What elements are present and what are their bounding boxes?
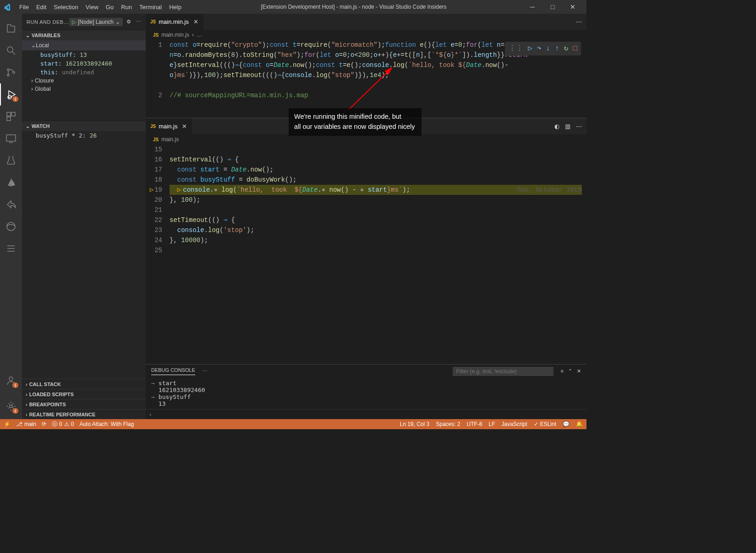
variable-item[interactable]: this: undefined — [22, 68, 146, 77]
variables-header[interactable]: ⌄VARIABLES — [22, 30, 146, 40]
gutter-top: 12 — [146, 40, 170, 118]
debug-console-filter[interactable] — [453, 367, 553, 376]
testing-icon[interactable] — [0, 149, 22, 171]
step-into-icon[interactable]: ↓ — [546, 44, 551, 54]
launch-config-select[interactable]: ▷ [Node] Launch ⌄ — [69, 18, 123, 26]
more-icon[interactable]: ⋯ — [576, 123, 582, 130]
search-icon[interactable] — [0, 39, 22, 61]
sidebar-section[interactable]: ›BREAKPOINTS — [22, 399, 146, 409]
eol-button[interactable]: LF — [489, 421, 495, 427]
split-icon[interactable]: ▥ — [565, 123, 570, 130]
explorer-icon[interactable] — [0, 17, 22, 39]
drag-handle-icon[interactable]: ⋮⋮ — [509, 44, 523, 54]
variable-item[interactable]: start: 1621033892460 — [22, 59, 146, 68]
code-line[interactable] — [170, 144, 582, 155]
settings-icon[interactable]: 1 — [0, 395, 22, 417]
stop-icon[interactable]: □ — [573, 44, 577, 54]
restart-icon[interactable]: ↻ — [564, 44, 569, 54]
code-line[interactable]: setTimeout(() ⇒ { — [170, 215, 582, 225]
tab-main-js[interactable]: JS main.js ✕ — [146, 118, 192, 134]
source-control-icon[interactable] — [0, 61, 22, 83]
language-button[interactable]: JavaScript — [502, 421, 527, 427]
variable-item[interactable]: busyStuff: 13 — [22, 50, 146, 59]
variables-global[interactable]: ›Global — [22, 85, 146, 93]
breadcrumb-bottom[interactable]: JS main.js — [146, 134, 586, 144]
sidebar-section[interactable]: ›CALL STACK — [22, 379, 146, 389]
continue-icon[interactable]: ▷ — [528, 44, 532, 54]
extensions-icon[interactable] — [0, 105, 22, 127]
tab-close-icon[interactable]: ✕ — [182, 123, 187, 130]
menu-terminal[interactable]: Terminal — [136, 4, 165, 11]
step-over-icon[interactable]: ↷ — [537, 44, 542, 54]
menu-edit[interactable]: Edit — [33, 4, 50, 11]
cursor-position[interactable]: Ln 19, Col 3 — [400, 421, 430, 427]
menu-file[interactable]: File — [16, 4, 33, 11]
close-icon[interactable]: ✕ — [563, 3, 583, 11]
code-line[interactable]: }, 100); — [170, 195, 582, 205]
list-icon[interactable] — [0, 238, 22, 260]
variables-closure[interactable]: ›Closure — [22, 77, 146, 85]
sync-button[interactable]: ⟳ — [42, 421, 46, 427]
run-debug-icon[interactable]: 1 — [0, 83, 22, 105]
more-icon[interactable]: ⋯ — [203, 368, 208, 374]
editor-bottom[interactable]: 15161718▷19202122232425 setInterval(() ⇒… — [146, 144, 586, 364]
code-line[interactable]: setInterval(() ⇒ { — [170, 155, 582, 165]
eslint-button[interactable]: ✓ ESLint — [534, 421, 556, 427]
azure-icon[interactable] — [0, 171, 22, 194]
activity-bar: 1 1 1 — [0, 14, 22, 419]
watch-item[interactable]: busyStuff * 2: 26 — [22, 131, 146, 140]
tab-close-icon[interactable]: ✕ — [193, 18, 198, 25]
encoding-button[interactable]: UTF-8 — [467, 421, 482, 427]
svg-line-17 — [348, 68, 392, 110]
account-badge: 1 — [12, 382, 18, 388]
list-icon[interactable]: ≡ — [561, 368, 564, 374]
code-line[interactable] — [170, 205, 582, 215]
share-icon[interactable] — [0, 194, 22, 216]
code-bottom[interactable]: setInterval(() ⇒ { const start = Date.no… — [170, 144, 586, 364]
tab-main-min-js[interactable]: JS main.min.js ✕ — [146, 14, 203, 30]
maximize-icon[interactable]: □ — [542, 3, 563, 11]
menu-help[interactable]: Help — [165, 4, 185, 11]
step-out-icon[interactable]: ↑ — [555, 44, 559, 54]
code-line[interactable]: const start = Date.now(); — [170, 165, 582, 175]
debug-toolbar[interactable]: ⋮⋮ ▷ ↷ ↓ ↑ ↻ □ — [505, 42, 581, 55]
chevron-up-icon[interactable]: ⌃ — [568, 368, 572, 374]
auto-attach-button[interactable]: Auto Attach: With Flag — [79, 421, 134, 427]
bell-icon[interactable]: 🔔 — [576, 421, 583, 427]
sidebar-section[interactable]: ›REALTIME PERFORMANCE — [22, 409, 146, 419]
indentation-button[interactable]: Spaces: 2 — [436, 421, 460, 427]
code-line[interactable]: ▷console.● log(`hello, took ${Date.● now… — [170, 185, 582, 195]
debug-console-body[interactable]: →start 1621033892460→busyStuff 13 — [146, 378, 586, 409]
code-line[interactable]: }, 10000); — [170, 235, 582, 245]
variables-local[interactable]: ⌄Local — [22, 40, 146, 50]
menu-selection[interactable]: Selection — [50, 4, 82, 11]
close-icon[interactable]: ✕ — [577, 368, 581, 374]
remote-button[interactable]: ⚡ — [4, 421, 11, 427]
sidebar-section[interactable]: ›LOADED SCRIPTS — [22, 389, 146, 399]
account-icon[interactable]: 1 — [0, 370, 22, 392]
branch-button[interactable]: ⎇ main — [16, 421, 36, 427]
more-icon[interactable]: ⋯ — [576, 18, 582, 25]
comment: //# sourceMappingURL=main.min.js.map — [170, 92, 308, 99]
minimize-icon[interactable]: ─ — [522, 3, 542, 11]
filter-input[interactable] — [453, 367, 553, 376]
code-line[interactable]: console.log('stop'); — [170, 225, 582, 235]
remote-icon[interactable] — [0, 127, 22, 149]
menu-view[interactable]: View — [82, 4, 102, 11]
breadcrumb-top[interactable]: JS main.min.js › … — [146, 30, 586, 40]
code-line[interactable]: const busyStuff = doBusyWork(); — [170, 175, 582, 185]
watch-header[interactable]: ⌄WATCH — [22, 121, 146, 131]
edge-icon[interactable] — [0, 216, 22, 238]
debug-console-input[interactable]: › — [146, 409, 586, 419]
menu-bar: File Edit Selection View Go Run Terminal… — [16, 4, 185, 11]
debug-console-tab[interactable]: DEBUG CONSOLE — [151, 367, 195, 375]
menu-go[interactable]: Go — [102, 4, 117, 11]
code-line[interactable] — [170, 245, 582, 255]
menu-run[interactable]: Run — [117, 4, 136, 11]
problems-button[interactable]: ⓧ 0 ⚠ 0 — [52, 420, 74, 428]
compare-icon[interactable]: ◐ — [554, 123, 559, 130]
more-icon[interactable]: ⋯ — [136, 19, 142, 25]
feedback-icon[interactable]: 💬 — [563, 421, 570, 427]
js-icon: JS — [150, 124, 156, 129]
gear-icon[interactable]: ⚙ — [126, 19, 131, 25]
